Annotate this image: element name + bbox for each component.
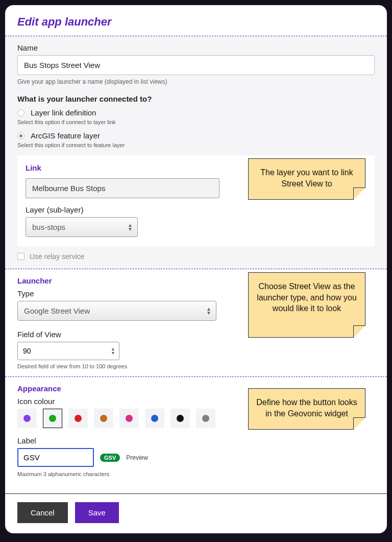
- radio-layer-link[interactable]: Layer link definition: [17, 108, 375, 117]
- colour-swatch[interactable]: [196, 409, 215, 428]
- colour-dot-icon: [23, 415, 31, 422]
- annotation-note-appearance: Define how the button looks in the Geovo…: [248, 388, 365, 430]
- label-hint: Maximum 3 alphanumeric characters: [17, 471, 375, 477]
- relay-checkbox-row[interactable]: Use relay service: [17, 252, 375, 261]
- colour-dot-icon: [151, 415, 158, 422]
- relay-label: Use relay service: [30, 252, 84, 261]
- link-input[interactable]: [26, 178, 219, 198]
- name-hint: Give your app launcher a name (displayed…: [17, 78, 375, 85]
- colour-dot-icon: [100, 415, 107, 422]
- chevron-updown-icon: ▲▼: [206, 307, 211, 315]
- colour-dot-icon: [75, 415, 82, 422]
- annotation-note-link: The layer you want to link Street View t…: [248, 158, 365, 200]
- chevron-updown-icon: ▲▼: [128, 223, 133, 231]
- radio-icon: [17, 109, 24, 116]
- sublayer-select[interactable]: bus-stops ▲▼: [26, 217, 138, 237]
- connection-question: What is your launcher connected to?: [17, 95, 375, 103]
- colour-dot-icon: [126, 415, 133, 422]
- label-input[interactable]: [17, 448, 94, 467]
- colour-dot-icon: [177, 415, 184, 422]
- sublayer-value: bus-stops: [26, 217, 138, 237]
- save-button[interactable]: Save: [75, 502, 119, 523]
- footer: Cancel Save: [5, 493, 387, 533]
- cancel-button[interactable]: Cancel: [17, 502, 68, 523]
- radio-label: Layer link definition: [31, 108, 96, 117]
- colour-swatch[interactable]: [43, 409, 62, 428]
- label-label: Label: [17, 436, 375, 445]
- colour-swatch[interactable]: [119, 409, 139, 428]
- name-card: Name Give your app launcher a name (disp…: [5, 36, 387, 269]
- radio-layer-link-hint: Select this option if connect to layer l…: [17, 119, 375, 125]
- type-select[interactable]: Google Street View ▲▼: [17, 301, 216, 321]
- name-label: Name: [17, 43, 375, 52]
- colour-swatch[interactable]: [94, 409, 113, 428]
- launcher-section: Launcher Type Google Street View ▲▼ Fiel…: [17, 269, 375, 376]
- colour-swatch[interactable]: [145, 409, 164, 428]
- link-box: Link Layer (sub-layer) bus-stops ▲▼ The …: [17, 155, 375, 246]
- colour-dot-icon: [202, 415, 209, 422]
- radio-feature-layer-hint: Select this option if connect to feature…: [17, 142, 375, 148]
- colour-swatch[interactable]: [170, 409, 190, 428]
- checkbox-icon: [17, 253, 24, 260]
- annotation-note-launcher: Choose Street View as the launcher type,…: [248, 272, 365, 338]
- colour-swatch[interactable]: [68, 409, 88, 428]
- name-input[interactable]: [17, 55, 375, 75]
- radio-icon: [17, 132, 24, 139]
- chevron-updown-icon: ▲▼: [111, 347, 115, 355]
- appearance-section: Appearance Icon colour Label GSV Preview…: [17, 377, 375, 488]
- colour-swatch[interactable]: [17, 409, 37, 428]
- type-value: Google Street View: [17, 301, 216, 321]
- colour-dot-icon: [49, 415, 56, 422]
- sublayer-label: Layer (sub-layer): [26, 205, 366, 214]
- radio-label: ArcGIS feature layer: [31, 131, 100, 140]
- page-title: Edit app launcher: [17, 15, 375, 29]
- fov-input[interactable]: [17, 342, 119, 360]
- preview-chip: GSV: [100, 454, 120, 462]
- fov-hint: Desired field of view from 10 to 100 deg…: [17, 363, 375, 369]
- radio-feature-layer[interactable]: ArcGIS feature layer: [17, 131, 375, 140]
- preview-text: Preview: [126, 454, 148, 461]
- fov-stepper[interactable]: ▲▼: [17, 342, 119, 360]
